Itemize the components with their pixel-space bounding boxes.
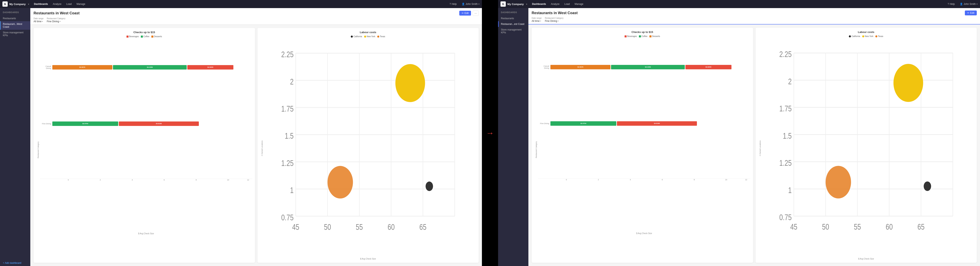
legend-label-newyork-left: New York: [367, 35, 375, 38]
bar-x-title-left: $ Avg Check Size: [40, 233, 252, 235]
logo-right: G: [501, 2, 506, 7]
nav-analyze-right[interactable]: Analyze: [549, 2, 561, 6]
bar-chart-body-right: Restaurant Category Casual Dining $3.567…: [535, 40, 750, 260]
header-row1-left: Restaurants in West Coast ✏ Edit ···: [33, 11, 479, 16]
bar-x-axis-left: 0 2 4 6 8 10 12: [40, 179, 252, 181]
sidebar-right: DASHBOARDS Restaurants Restauran...est C…: [498, 8, 528, 266]
filter-date-value-left[interactable]: All time ▾: [33, 20, 43, 23]
user-btn-right[interactable]: 👤 John Smith ▾: [960, 3, 978, 5]
svg-text:1.5: 1.5: [285, 131, 294, 141]
sidebar-item-westcoast-right[interactable]: Restauran...est Coast: [498, 21, 528, 27]
svg-text:50: 50: [822, 222, 829, 232]
svg-text:2: 2: [290, 77, 294, 86]
svg-text:1.75: 1.75: [281, 104, 293, 113]
main-content-right: Restaurants in West Coast ✏ Edit Date ra…: [528, 8, 980, 266]
filter-date-range-left: Date range All time ▾: [33, 18, 43, 23]
filter-date-label-right: Date range: [531, 17, 541, 19]
x-tick-4-right: 4: [614, 179, 646, 181]
svg-text:2.25: 2.25: [281, 50, 293, 59]
legend-beverages-left: Beverages: [126, 35, 139, 38]
edit-button-right[interactable]: ✏ Edit: [965, 11, 977, 15]
edit-label-right: Edit: [970, 11, 974, 14]
sidebar-item-kpis-left[interactable]: Store management KPIs: [0, 30, 30, 38]
company-name-left: My Company: [9, 3, 25, 6]
x-tick-12-left: 12: [244, 179, 252, 181]
scatter-chart-legend-left: California New York Texas: [260, 35, 476, 38]
bubble-texas-left: [327, 166, 353, 199]
scatter-svg-left: 0.75 1 1.25 1.5 1.75 2 2.25 45 50 55: [264, 40, 476, 257]
content-header-right: Restaurants in West Coast ✏ Edit Date ra…: [528, 8, 980, 24]
legend-beverages-right: Beverages: [625, 35, 637, 37]
legend-california-right: California: [849, 35, 860, 37]
bubble-newyork-right: [893, 64, 923, 102]
nav-manage-left[interactable]: Manage: [75, 2, 87, 6]
x-tick-8-right: 8: [678, 179, 710, 181]
nav-load-left[interactable]: Load: [65, 2, 73, 6]
bar-x-axis-right: 0 2 4 6 8 10 12: [538, 178, 750, 181]
bar-chart-legend-right: Beverages Coffee Desserts: [535, 35, 750, 37]
nav-dashboards-left[interactable]: Dashboards: [32, 2, 49, 6]
help-btn-right[interactable]: ? Help: [948, 3, 955, 5]
sidebar-item-restaurants-right[interactable]: Restaurants: [498, 16, 528, 21]
sidebar-item-restaurants-left[interactable]: Restaurants: [0, 16, 30, 21]
filter-category-arrow-left: ▾: [60, 21, 60, 22]
bar-row-fine-right: Fine Dining $3.9764 $4.8186: [538, 121, 750, 126]
scatter-chart-title-right: Labour costs: [758, 30, 974, 33]
header-actions-right: ✏ Edit: [965, 11, 977, 15]
legend-desserts-left: Desserts: [151, 35, 162, 38]
scatter-chart-title-left: Labour costs: [260, 31, 476, 34]
bar-label-fine-left: Fine Dining: [40, 123, 51, 125]
bar-chart-y-label-right: Restaurant Category: [535, 40, 538, 260]
scatter-chart-card-right: Labour costs California New York Texa: [756, 28, 977, 263]
sidebar-section-title-right: DASHBOARDS: [498, 11, 528, 16]
nav-manage-right[interactable]: Manage: [573, 2, 585, 6]
legend-dot-newyork-left: [364, 35, 366, 38]
x-tick-10-left: 10: [212, 179, 244, 181]
bar-casual-beverages-right: $3.5678: [550, 65, 611, 69]
nav-analyze-left[interactable]: Analyze: [51, 2, 63, 6]
filter-date-label-left: Date range: [33, 18, 43, 20]
user-btn-left[interactable]: 👤 John Smith ▾: [462, 3, 479, 5]
filter-category-value-left[interactable]: Fine Dining ▾: [47, 20, 65, 23]
svg-text:1.25: 1.25: [281, 158, 293, 168]
legend-dot-coffee-right: [639, 35, 641, 37]
legend-texas-right: Texas: [875, 35, 883, 37]
bar-fine-coffee-right: $3.9764: [550, 121, 616, 126]
help-btn-left[interactable]: ? Help: [450, 3, 457, 5]
nav-dashboards-right[interactable]: Dashboards: [530, 2, 547, 6]
sidebar-item-westcoast-left[interactable]: Restaurant...West Coast: [0, 21, 30, 30]
bar-label-casual-left: Casual Dining: [40, 65, 51, 69]
bar-fine-beverages-left: $4.8186: [119, 121, 199, 126]
svg-text:60: 60: [886, 222, 893, 232]
panel-body-right: DASHBOARDS Restaurants Restauran...est C…: [498, 8, 980, 266]
svg-text:2.25: 2.25: [779, 50, 791, 59]
legend-dot-newyork-right: [862, 35, 864, 37]
scatter-y-label-right: # Owned Locations: [758, 40, 762, 257]
bubble-california-left: [426, 182, 433, 191]
edit-icon-right: ✏: [967, 11, 969, 14]
svg-text:50: 50: [324, 222, 331, 232]
legend-dot-california-right: [849, 35, 851, 37]
bar-casual-desserts-left: $2.8099: [187, 65, 233, 70]
filter-category-value-right[interactable]: Fine Dining ▾: [545, 20, 563, 22]
svg-text:0.75: 0.75: [779, 213, 791, 222]
legend-dot-california-left: [351, 35, 353, 38]
more-button-left[interactable]: ···: [473, 11, 479, 16]
bar-chart-y-label-left: Restaurant Category: [37, 40, 40, 260]
legend-label-desserts-left: Desserts: [154, 35, 162, 38]
edit-button-left[interactable]: ✏ Edit: [459, 11, 471, 16]
user-name-right: John Smith: [964, 3, 976, 5]
legend-label-beverages-right: Beverages: [627, 35, 637, 37]
filter-date-value-right[interactable]: All time ▾: [531, 20, 541, 22]
legend-label-coffee-left: Coffee: [143, 35, 150, 38]
user-name-left: John Smith: [466, 3, 478, 5]
sidebar-item-kpis-right[interactable]: Store management KPIs: [498, 27, 528, 35]
bar-chart-body-left: Restaurant Category Casual Dining $3.567…: [37, 40, 252, 260]
sidebar-section-title-left: DASHBOARDS: [0, 11, 30, 16]
bar-row-casual-right: Casual Dining $3.5678 $4.4396 $2.8099: [538, 65, 750, 69]
legend-label-beverages-left: Beverages: [129, 35, 139, 38]
scatter-plot-left: 0.75 1 1.25 1.5 1.75 2 2.25 45 50 55: [264, 40, 476, 257]
svg-text:60: 60: [388, 222, 395, 232]
nav-load-right[interactable]: Load: [563, 2, 571, 6]
add-dashboard-right[interactable]: + Add dashboard: [498, 261, 977, 264]
